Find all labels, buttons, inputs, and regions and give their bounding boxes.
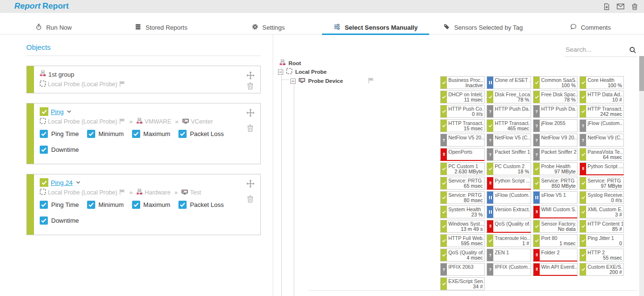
sensor-tile[interactable]: !!Python Script ... bbox=[579, 162, 624, 175]
chevron-down-icon[interactable] bbox=[76, 181, 80, 184]
sensor-tile[interactable]: ?ZEN 1 bbox=[487, 249, 531, 262]
sensor-tile[interactable]: ?NetFlow V5 20... bbox=[440, 134, 485, 147]
delete-report-icon[interactable] bbox=[630, 2, 639, 11]
sensor-tile[interactable]: Service: PRTG ...850 MByte bbox=[533, 177, 577, 190]
sensor-tile[interactable]: Business Proc...Inactive bbox=[440, 76, 485, 89]
sensor-tile[interactable]: Ping Jitter 10 bbox=[579, 234, 624, 247]
scrollbar-thumb[interactable] bbox=[639, 56, 644, 91]
channel-checkbox-downtime[interactable]: Downtime bbox=[40, 216, 79, 225]
sensor-tile[interactable]: ?Packet Sniffer 1 bbox=[487, 148, 531, 161]
sensor-tile[interactable]: PC Custom 12.630 MByte bbox=[440, 162, 485, 175]
sensor-tile[interactable]: EXE/Script Sen...34 # bbox=[440, 277, 485, 290]
checkbox-checked-icon[interactable] bbox=[87, 201, 95, 209]
tree-node-local-probe[interactable]: Local Probe bbox=[278, 68, 327, 76]
sensor-tile[interactable]: PC Custom 218 % bbox=[487, 162, 531, 175]
tree-node-probe-device[interactable]: Probe Device bbox=[290, 77, 374, 85]
channel-checkbox-packet-loss[interactable]: Packet Loss bbox=[178, 201, 224, 209]
delete-object-icon[interactable] bbox=[246, 194, 255, 203]
sensor-tile[interactable]: Version Extract... bbox=[487, 205, 531, 218]
move-handle-icon[interactable] bbox=[246, 71, 255, 80]
sensor-tile[interactable]: sFlow (Custom... bbox=[487, 191, 531, 204]
tab-run-now[interactable]: Run Now bbox=[0, 21, 107, 34]
sensor-tile[interactable]: ?HTTP Push Da... bbox=[487, 105, 531, 118]
sensor-tile[interactable]: ?IPFIX (Custom... bbox=[487, 263, 531, 276]
move-handle-icon[interactable] bbox=[246, 179, 255, 188]
channel-checkbox-minimum[interactable]: Minimum bbox=[87, 201, 124, 209]
sensor-tile[interactable]: ?IPFIX 2063 bbox=[440, 263, 485, 276]
sensor-tile[interactable]: Service: PRTG ...97 MByte bbox=[579, 177, 624, 190]
sensor-tile[interactable]: ?NetFlow V9 (C... bbox=[579, 134, 624, 147]
sensor-tile[interactable]: ?NetFlow V5 (C... bbox=[487, 134, 531, 147]
tab-stored-reports[interactable]: Stored Reports bbox=[107, 21, 214, 34]
sensor-tile[interactable]: ?HTTP Push Da... bbox=[533, 105, 577, 118]
sensor-tile[interactable]: Windows Syst...13 m 49 s bbox=[440, 220, 485, 233]
sensor-tile[interactable]: !!Python Script ... bbox=[487, 177, 531, 190]
tree-node-root[interactable]: Root bbox=[279, 59, 301, 67]
sensor-tile[interactable]: Core Health100 % bbox=[579, 76, 624, 89]
search-input[interactable] bbox=[565, 44, 626, 55]
channel-checkbox-maximum[interactable]: Maximum bbox=[132, 201, 170, 209]
scrollbar[interactable] bbox=[639, 56, 644, 296]
sensor-tile[interactable]: Traceroute Ho...1 # bbox=[487, 234, 531, 247]
checkbox-checked-icon[interactable] bbox=[40, 201, 48, 209]
sensor-tile[interactable]: Disk Free_Local78 % bbox=[487, 91, 531, 103]
sensor-tile[interactable]: !!Folder 2 bbox=[533, 249, 577, 262]
sensor-tile[interactable]: !!WMI Custom S... bbox=[533, 205, 577, 218]
tab-sensors-selected-by-tag[interactable]: Sensors Selected by Tag bbox=[429, 21, 536, 34]
sensor-tile[interactable]: Common SaaS...100 % bbox=[533, 76, 577, 89]
sensor-link[interactable]: Ping 24 bbox=[51, 179, 73, 186]
collapse-icon[interactable] bbox=[278, 69, 283, 75]
sensor-tile[interactable]: HTTP Data Ad...10 # bbox=[579, 91, 624, 103]
sensor-tile[interactable]: Free Disk Spac...78 % bbox=[533, 91, 577, 103]
checkbox-checked-icon[interactable] bbox=[40, 130, 48, 138]
search-icon[interactable] bbox=[629, 46, 636, 56]
sensor-tile[interactable]: Service: PRTG ...65 msec bbox=[440, 177, 485, 190]
sensor-tile[interactable]: ?jFlow (Custom... bbox=[579, 119, 624, 132]
delete-object-icon[interactable] bbox=[246, 81, 255, 90]
sensor-tile[interactable]: ?NetFlow V9 20... bbox=[533, 134, 577, 147]
chevron-down-icon[interactable] bbox=[67, 110, 71, 113]
checkbox-checked-icon[interactable] bbox=[87, 130, 95, 138]
sensor-tile[interactable]: Probe Health97 MByte bbox=[533, 162, 577, 175]
sensor-tile[interactable]: !!OpenPorts bbox=[440, 148, 485, 161]
sensor-tile[interactable]: QoS (Quality of...4 msec bbox=[440, 249, 485, 262]
sensor-tile[interactable]: HTTP Transact...15 msec bbox=[440, 119, 485, 132]
tab-settings[interactable]: Settings bbox=[215, 21, 322, 34]
add-report-icon[interactable] bbox=[602, 2, 611, 11]
sensor-tile[interactable]: Custom EXE/S...200 # bbox=[579, 263, 624, 276]
sensor-tile[interactable]: Service: PRTG ...80 msec bbox=[440, 191, 485, 204]
channel-checkbox-minimum[interactable]: Minimum bbox=[87, 130, 124, 138]
sensor-tile[interactable]: Port 801 msec bbox=[533, 234, 577, 247]
sensor-tile[interactable]: Sensor Factory...No data bbox=[533, 220, 577, 233]
tab-select-sensors-manually[interactable]: Select Sensors Manually bbox=[322, 21, 429, 34]
sensor-tile[interactable]: ?jFlow 2055 bbox=[533, 119, 577, 132]
channel-checkbox-downtime[interactable]: Downtime bbox=[40, 146, 79, 154]
checkbox-checked-icon[interactable] bbox=[178, 130, 187, 138]
sensor-tile[interactable]: ?Packet Sniffer 2 bbox=[533, 148, 577, 161]
tab-comments[interactable]: Comments bbox=[537, 21, 644, 34]
sensor-tile[interactable]: sFlow V5 1 bbox=[533, 191, 577, 204]
sensor-tile[interactable]: DHCP on Intel(...11 msec bbox=[440, 91, 485, 103]
sensor-tile[interactable]: HTTP Transact...242 msec bbox=[579, 105, 624, 118]
checkbox-checked-icon[interactable] bbox=[40, 216, 48, 225]
sensor-tile[interactable]: Syslog Receive...0 #/s bbox=[579, 191, 624, 204]
delete-object-icon[interactable] bbox=[246, 124, 255, 132]
channel-checkbox-packet-loss[interactable]: Packet Loss bbox=[178, 130, 224, 138]
sensor-tile[interactable]: XML Custom E...3 # bbox=[579, 205, 624, 218]
sensor-tile[interactable]: !!Win API Eventl... bbox=[533, 263, 577, 276]
sensor-tile[interactable]: HTTP Content 185 # bbox=[579, 220, 624, 233]
sensor-tile[interactable]: System Health23 % bbox=[440, 205, 485, 218]
sensor-tile[interactable]: Clone of ESET ... bbox=[487, 76, 531, 89]
checkbox-checked-icon[interactable] bbox=[132, 130, 140, 138]
sensor-tile[interactable]: PaneaVista Te...64 msec bbox=[579, 148, 624, 161]
sensor-tile[interactable]: HTTP Push Co...0 #/s bbox=[440, 105, 485, 118]
channel-checkbox-ping-time[interactable]: Ping Time bbox=[40, 130, 79, 138]
checkbox-checked-icon[interactable] bbox=[178, 201, 187, 209]
move-handle-icon[interactable] bbox=[246, 108, 255, 117]
channel-checkbox-maximum[interactable]: Maximum bbox=[132, 130, 170, 138]
collapse-icon[interactable] bbox=[290, 79, 296, 84]
sensor-tile[interactable]: HTTP Transact...465 msec bbox=[487, 119, 531, 132]
sensor-tile[interactable]: HTTP 255 msec bbox=[579, 249, 624, 262]
checkbox-checked-icon[interactable] bbox=[40, 146, 48, 154]
sensor-tile[interactable]: HTTP Full Web...595 msec bbox=[440, 234, 485, 247]
